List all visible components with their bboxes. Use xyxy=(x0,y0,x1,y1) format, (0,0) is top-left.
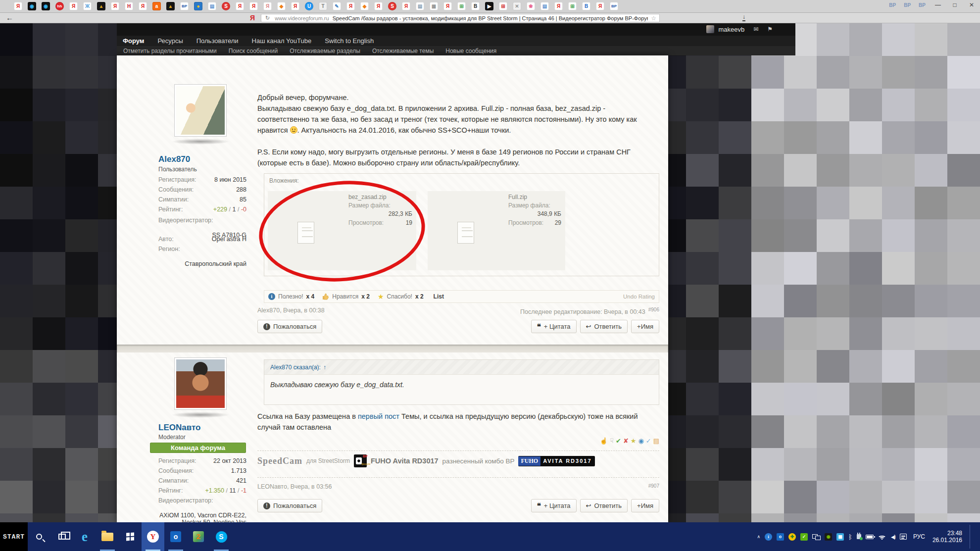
quote-button[interactable]: ❝+ Цитата xyxy=(531,320,577,333)
bookmark-star-icon[interactable]: ☆ xyxy=(651,15,656,22)
pinned-tab[interactable]: ✎ xyxy=(333,2,341,10)
thanks-star-icon[interactable]: ★ xyxy=(631,438,637,444)
pinned-tab[interactable]: ◆ xyxy=(360,2,369,10)
nav-tab-members[interactable]: Пользователи xyxy=(196,37,239,45)
tray-nvidia-icon[interactable]: ◉ xyxy=(825,533,832,541)
pinned-tab[interactable]: Я xyxy=(263,2,272,10)
file-icon[interactable] xyxy=(457,222,474,244)
attachment-name[interactable]: Full.zip xyxy=(508,194,527,200)
pinned-tab[interactable]: Я xyxy=(346,2,355,10)
pinned-tab[interactable]: ВР xyxy=(610,2,618,10)
post-number-link[interactable]: #906 xyxy=(648,307,659,312)
subnav-new-posts[interactable]: Новые сообщения xyxy=(445,48,496,54)
nav-tab-forum[interactable]: Форум xyxy=(123,37,144,45)
pinned-tab[interactable]: ◉ xyxy=(28,2,36,10)
pinned-tab[interactable]: a xyxy=(152,2,161,10)
thumbs-down-icon[interactable]: ☟ xyxy=(610,438,614,444)
pinned-tab[interactable]: ⊞ xyxy=(568,2,577,10)
pinned-tab[interactable]: B xyxy=(471,2,480,10)
hidden-icons-caret[interactable]: ∧ xyxy=(757,535,760,539)
nav-tab-switch-english[interactable]: Switch to English xyxy=(325,37,374,45)
pinned-tab[interactable]: B xyxy=(582,2,590,10)
avatar[interactable] xyxy=(174,357,227,410)
pinned-tab[interactable]: H xyxy=(125,2,133,10)
maximize-button[interactable]: □ xyxy=(950,1,959,8)
pinned-tab[interactable]: ▤ xyxy=(416,2,424,10)
taskbar-2gis[interactable]: 2 xyxy=(187,522,210,551)
quote-button[interactable]: ❝+ Цитата xyxy=(531,499,577,512)
tray-wifi-icon[interactable] xyxy=(878,534,886,540)
pinned-tab[interactable]: Я xyxy=(291,2,299,10)
pinned-tab[interactable]: ▲ xyxy=(166,2,175,10)
pinned-tab[interactable]: Я xyxy=(69,2,78,10)
subnav-watched-forums[interactable]: Отслеживаемые разделы xyxy=(290,48,360,54)
account-area[interactable]: makeevb ✉ ⚑ xyxy=(706,25,773,33)
tray-bluetooth-icon[interactable]: ᛒ xyxy=(848,534,852,540)
quote-author-link[interactable]: Alex870 сказал(а): xyxy=(270,364,321,371)
taskbar-search-button[interactable] xyxy=(28,522,50,551)
show-desktop-button[interactable] xyxy=(975,522,978,551)
inbox-envelope-icon[interactable]: ✉ xyxy=(753,26,758,33)
undo-rating-link[interactable]: Undo Rating xyxy=(623,294,655,300)
overflow-tab[interactable]: ВР xyxy=(904,2,911,8)
action-center-icon[interactable] xyxy=(900,534,907,540)
pinned-tab[interactable]: ВР xyxy=(180,2,189,10)
add-name-button[interactable]: +Имя xyxy=(631,499,659,512)
report-book-icon[interactable]: ▤ xyxy=(653,438,659,444)
pinned-tab[interactable]: ▤ xyxy=(208,2,216,10)
yandex-logo-icon[interactable]: Я xyxy=(250,14,255,22)
account-avatar[interactable] xyxy=(706,25,714,33)
tray-display-icon[interactable] xyxy=(812,534,820,540)
pinned-tab[interactable]: ● xyxy=(194,2,202,10)
pinned-tab[interactable]: Я xyxy=(402,2,410,10)
overflow-tab[interactable]: ВР xyxy=(889,2,896,8)
pinned-tab[interactable]: Я xyxy=(249,2,258,10)
alerts-flag-icon[interactable]: ⚑ xyxy=(767,26,773,33)
pinned-tab[interactable]: Я xyxy=(14,2,22,10)
pinned-tab[interactable]: Т xyxy=(319,2,327,10)
tray-messenger-icon[interactable]: ✓ xyxy=(800,533,808,541)
pinned-tab[interactable]: ⊞ xyxy=(457,2,466,10)
pinned-tab[interactable]: ✕ xyxy=(513,2,521,10)
taskbar-store[interactable] xyxy=(119,522,142,551)
reply-button[interactable]: ↩Ответить xyxy=(580,320,628,333)
pinned-tab[interactable]: ◉ xyxy=(42,2,50,10)
ratings-list-link[interactable]: List xyxy=(434,293,444,300)
download-icon[interactable]: ↓ xyxy=(742,14,745,21)
subnav-search-posts[interactable]: Поиск сообщений xyxy=(229,48,278,54)
tray-clock[interactable]: 23:48 26.01.2016 xyxy=(932,530,962,544)
add-name-button[interactable]: +Имя xyxy=(631,320,659,333)
pinned-tab[interactable]: hh xyxy=(55,2,64,10)
subnav-mark-read[interactable]: Отметить разделы прочитанными xyxy=(123,48,217,54)
language-indicator[interactable]: РУС xyxy=(913,533,925,540)
pinned-tab[interactable]: Я xyxy=(111,2,119,10)
pinned-tab[interactable]: Я xyxy=(554,2,563,10)
quote-jump-arrow-icon[interactable]: ↑ xyxy=(323,364,326,371)
informative-icon[interactable]: ◉ xyxy=(638,438,643,444)
taskbar-edge[interactable]: e xyxy=(73,522,96,551)
attachment-full-zip[interactable]: Full.zip Размер файла: 348,9 КБ Просмотр… xyxy=(428,191,565,270)
post-author-name[interactable]: Alex870 xyxy=(158,154,190,164)
pinned-tab[interactable]: Я xyxy=(236,2,244,10)
close-button[interactable]: ✕ xyxy=(967,1,976,8)
thumbs-up-icon[interactable]: ☝ xyxy=(600,438,608,444)
minimize-button[interactable]: — xyxy=(933,1,942,8)
pinned-tab[interactable]: ▦ xyxy=(430,2,438,10)
avatar[interactable] xyxy=(174,84,227,137)
first-post-link[interactable]: первый пост xyxy=(358,412,399,420)
post-number-link[interactable]: #907 xyxy=(648,483,659,489)
account-username[interactable]: makeevb xyxy=(718,26,744,33)
task-view-button[interactable] xyxy=(50,522,73,551)
disagree-icon[interactable]: ✘ xyxy=(623,438,629,444)
tray-antivirus-icon[interactable]: ✚ xyxy=(788,533,796,541)
pinned-tab[interactable]: Я xyxy=(596,2,604,10)
agree-icon[interactable]: ✔ xyxy=(616,438,621,444)
pinned-tab[interactable]: ▶ xyxy=(485,2,493,10)
tray-info-icon[interactable]: i xyxy=(765,533,772,541)
refresh-icon[interactable]: ↻ xyxy=(265,15,270,21)
pinned-tab[interactable]: ▤ xyxy=(540,2,549,10)
taskbar-outlook[interactable]: o xyxy=(164,522,187,551)
taskbar-yandex-browser-active[interactable]: Y xyxy=(142,522,164,551)
pinned-tab[interactable]: S xyxy=(222,2,230,10)
post-author-name[interactable]: LEONавто xyxy=(158,423,200,433)
